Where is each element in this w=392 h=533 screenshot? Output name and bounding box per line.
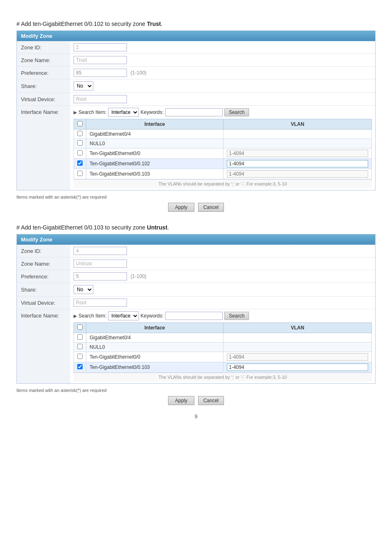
search-item-label: Search Item: (78, 109, 106, 115)
iface-name-cell-1: NULL0 (86, 139, 224, 148)
iface-row-4: Ten-GigabitEthernet0/0.103 (74, 169, 372, 179)
iface-vlan-cell-3 (224, 362, 372, 373)
keywords-input[interactable] (165, 108, 223, 116)
iface-checkbox-1[interactable] (77, 140, 83, 146)
zone-name-input[interactable] (74, 56, 127, 64)
s2-interface-name-row: Interface Name: ▶ Search Item: Interface… (17, 309, 375, 384)
s2-zone-name-input[interactable] (74, 260, 127, 268)
s2-zone-id-input[interactable] (74, 247, 127, 255)
iface-vlan-header: VLAN (224, 119, 372, 130)
s2-share-select-cell: No Yes (70, 283, 375, 297)
zone-name-input-cell (70, 54, 375, 67)
virtual-device-input-cell (70, 93, 375, 106)
iface-name-cell-0: GigabitEthernet0/4 (86, 333, 224, 343)
iface-vlan-input-3[interactable] (227, 160, 368, 167)
section1-apply-button[interactable]: Apply (168, 203, 194, 212)
preference-input[interactable] (74, 69, 127, 77)
s2-share-label: Share: (17, 283, 70, 297)
iface-name-cell-2: Ten-GigabitEthernet0/0 (86, 148, 224, 159)
iface-vlan-cell-2 (224, 148, 372, 159)
iface-vlan-input-4[interactable] (227, 170, 368, 178)
section2-vlan-note: The VLANs should be separated by ';' or … (74, 373, 372, 381)
s2-keywords-label: Keywords: (141, 313, 164, 319)
section2-panel-header: Modify Zone (17, 234, 375, 245)
iface-checkbox-cell-2 (74, 352, 86, 362)
section2-required-note: Items marked with an asterisk(*) are req… (16, 388, 376, 393)
zone-id-row: Zone ID: (17, 41, 375, 54)
iface-checkbox-cell-0 (74, 130, 86, 139)
iface-row-0: GigabitEthernet0/4 (74, 333, 372, 343)
iface-checkbox-4[interactable] (77, 171, 83, 176)
interface-name-content: ▶ Search Item: Interface Keywords: Searc… (70, 106, 375, 190)
iface-row-1: NULL0 (74, 139, 372, 148)
search-item-select[interactable]: Interface (108, 108, 139, 117)
section2-iface-table: Interface VLAN GigabitEthernet0/4NULL0Te… (74, 322, 372, 373)
iface-row-2: Ten-GigabitEthernet0/0 (74, 148, 372, 159)
iface-checkbox-3[interactable] (77, 364, 83, 369)
iface-checkbox-cell-3 (74, 362, 86, 373)
iface-checkbox-cell-0 (74, 333, 86, 343)
s2-preference-row: Preference: (1-100) (17, 270, 375, 283)
s2-virtual-device-input-cell (70, 297, 375, 309)
iface-vlan-cell-0 (224, 130, 372, 139)
virtual-device-row: Virtual Device: (17, 93, 375, 106)
preference-hint: (1-100) (131, 70, 147, 76)
section1-iface-table: Interface VLAN GigabitEthernet0/4NULL0Te… (74, 119, 372, 179)
iface-checkbox-3[interactable] (77, 160, 83, 166)
s2-iface-interface-header: Interface (86, 323, 224, 333)
preference-input-cell: (1-100) (70, 67, 375, 79)
virtual-device-input[interactable] (74, 95, 127, 103)
s2-share-row: Share: No Yes (17, 283, 375, 297)
zone-name-label: Zone Name: (17, 54, 70, 67)
iface-vlan-input-2[interactable] (227, 150, 368, 157)
section1-required-note: Items marked with an asterisk(*) are req… (16, 195, 376, 199)
iface-vlan-cell-3 (224, 159, 372, 169)
virtual-device-label: Virtual Device: (17, 93, 70, 106)
s2-iface-select-all-checkbox[interactable] (77, 324, 83, 330)
iface-name-cell-4: Ten-GigabitEthernet0/0.103 (86, 169, 224, 179)
zone-id-input[interactable] (74, 43, 127, 51)
iface-vlan-input-3[interactable] (227, 364, 368, 371)
iface-checkbox-0[interactable] (77, 334, 83, 340)
iface-row-3: Ten-GigabitEthernet0/0.103 (74, 362, 372, 373)
section2-search-row: ▶ Search Item: Interface Keywords: Searc… (74, 311, 372, 320)
section2-apply-button[interactable]: Apply (168, 396, 194, 405)
iface-interface-header: Interface (86, 119, 224, 130)
iface-name-cell-3: Ten-GigabitEthernet0/0.102 (86, 159, 224, 169)
iface-checkbox-0[interactable] (77, 131, 83, 136)
section1-btn-row: Apply Cancel (16, 203, 376, 212)
zone-name-row: Zone Name: (17, 54, 375, 67)
section2-heading: # Add ten-GigabitEthernet 0/0.103 to sec… (16, 224, 376, 231)
s2-zone-id-label: Zone ID: (17, 245, 70, 257)
s2-share-select[interactable]: No Yes (74, 285, 93, 294)
s2-virtual-device-input[interactable] (74, 299, 127, 307)
s2-interface-name-content: ▶ Search Item: Interface Keywords: Searc… (70, 309, 375, 384)
iface-checkbox-cell-1 (74, 139, 86, 148)
iface-checkbox-2[interactable] (77, 354, 83, 359)
iface-vlan-cell-0 (224, 333, 372, 343)
iface-vlan-cell-1 (224, 139, 372, 148)
interface-name-row: Interface Name: ▶ Search Item: Interface… (17, 106, 375, 190)
iface-vlan-cell-1 (224, 343, 372, 352)
s2-zone-name-label: Zone Name: (17, 257, 70, 270)
section2-cancel-button[interactable]: Cancel (198, 396, 224, 405)
s2-keywords-input[interactable] (165, 312, 223, 320)
search-arrow-icon: ▶ (74, 110, 77, 115)
s2-search-item-select[interactable]: Interface (108, 311, 139, 320)
iface-checkbox-1[interactable] (77, 344, 83, 349)
s2-iface-vlan-header: VLAN (224, 323, 372, 333)
preference-label: Preference: (17, 67, 70, 79)
s2-preference-input[interactable] (74, 272, 127, 280)
section1-panel-header: Modify Zone (17, 31, 375, 41)
section1-search-button[interactable]: Search (224, 108, 249, 116)
s2-iface-check-header (74, 323, 86, 333)
iface-select-all-checkbox[interactable] (77, 121, 83, 126)
iface-row-2: Ten-GigabitEthernet0/0 (74, 352, 372, 362)
page-number: 9 (16, 413, 376, 419)
section2-search-button[interactable]: Search (224, 312, 249, 320)
iface-check-header (74, 119, 86, 130)
section1-cancel-button[interactable]: Cancel (198, 203, 224, 212)
iface-checkbox-2[interactable] (77, 150, 83, 155)
share-select[interactable]: No Yes (74, 81, 93, 90)
iface-vlan-input-2[interactable] (227, 353, 368, 361)
